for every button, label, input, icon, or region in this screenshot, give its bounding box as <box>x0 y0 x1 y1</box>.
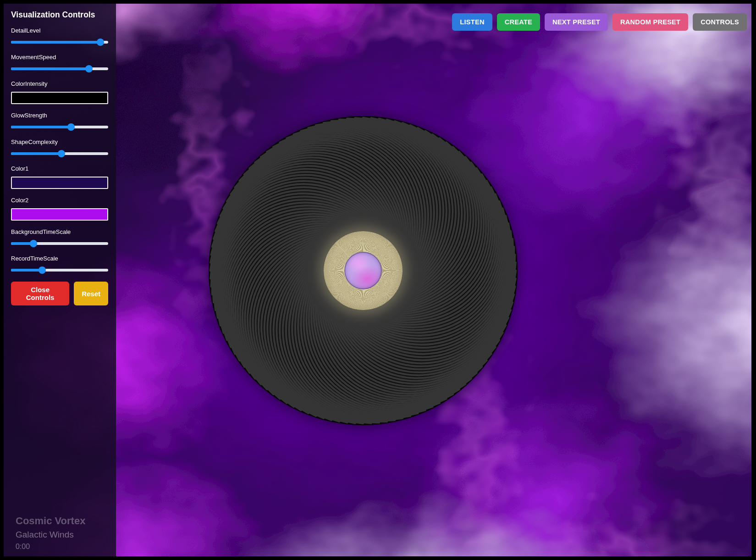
movement-speed-label: MovementSpeed <box>11 54 108 61</box>
color1-label: Color1 <box>11 165 108 172</box>
glow-strength-label: GlowStrength <box>11 112 108 119</box>
controls-button[interactable]: CONTROLS <box>693 13 747 31</box>
slider-fill <box>11 67 89 70</box>
record-center-hole <box>344 252 382 289</box>
slider-fill <box>11 126 71 128</box>
movement-speed-slider[interactable] <box>11 65 108 72</box>
detail-level-label: DetailLevel <box>11 27 108 34</box>
slider-fill <box>11 152 61 155</box>
background-time-scale-group: BackgroundTimeScale <box>11 228 108 247</box>
close-controls-button[interactable]: Close Controls <box>11 282 69 305</box>
record-time-scale-slider[interactable] <box>11 266 108 274</box>
random-preset-button[interactable]: RANDOM PRESET <box>613 13 688 31</box>
track-time: 0:00 <box>16 543 85 551</box>
panel-buttons: Close Controls Reset <box>11 282 108 305</box>
color-intensity-group: ColorIntensity <box>11 80 108 104</box>
create-button[interactable]: CREATE <box>497 13 540 31</box>
panel-title: Visualization Controls <box>11 10 108 20</box>
slider-thumb[interactable] <box>30 240 37 247</box>
background-time-scale-label: BackgroundTimeScale <box>11 228 108 235</box>
slider-fill <box>11 269 42 272</box>
color2-label: Color2 <box>11 197 108 204</box>
background-time-scale-slider[interactable] <box>11 240 108 247</box>
shape-complexity-slider[interactable] <box>11 150 108 157</box>
shape-complexity-group: ShapeComplexity <box>11 139 108 157</box>
topbar: LISTEN CREATE NEXT PRESET RANDOM PRESET … <box>452 13 747 31</box>
slider-thumb[interactable] <box>58 150 65 157</box>
slider-thumb[interactable] <box>39 266 46 274</box>
color1-input[interactable] <box>11 177 108 189</box>
app-stage: LISTEN CREATE NEXT PRESET RANDOM PRESET … <box>4 4 751 556</box>
slider-thumb[interactable] <box>85 65 93 72</box>
record-time-scale-group: RecordTimeScale <box>11 255 108 274</box>
next-preset-button[interactable]: NEXT PRESET <box>545 13 608 31</box>
color1-group: Color1 <box>11 165 108 189</box>
slider-thumb[interactable] <box>67 123 75 131</box>
movement-speed-group: MovementSpeed <box>11 54 108 72</box>
track-title: Cosmic Vortex <box>16 515 85 527</box>
controls-panel: Visualization Controls DetailLevel Movem… <box>4 4 116 556</box>
record-time-scale-label: RecordTimeScale <box>11 255 108 262</box>
color2-input[interactable] <box>11 208 108 221</box>
glow-strength-slider[interactable] <box>11 123 108 131</box>
color-intensity-label: ColorIntensity <box>11 80 108 87</box>
listen-button[interactable]: LISTEN <box>452 13 492 31</box>
slider-thumb[interactable] <box>97 39 104 46</box>
track-info: Cosmic Vortex Galactic Winds 0:00 <box>16 515 85 551</box>
reset-button[interactable]: Reset <box>74 282 108 305</box>
detail-level-group: DetailLevel <box>11 27 108 46</box>
color2-group: Color2 <box>11 197 108 221</box>
track-artist: Galactic Winds <box>16 530 85 540</box>
color-intensity-input[interactable] <box>11 92 108 104</box>
slider-fill <box>11 41 100 44</box>
detail-level-slider[interactable] <box>11 39 108 46</box>
shape-complexity-label: ShapeComplexity <box>11 139 108 145</box>
glow-strength-group: GlowStrength <box>11 112 108 131</box>
